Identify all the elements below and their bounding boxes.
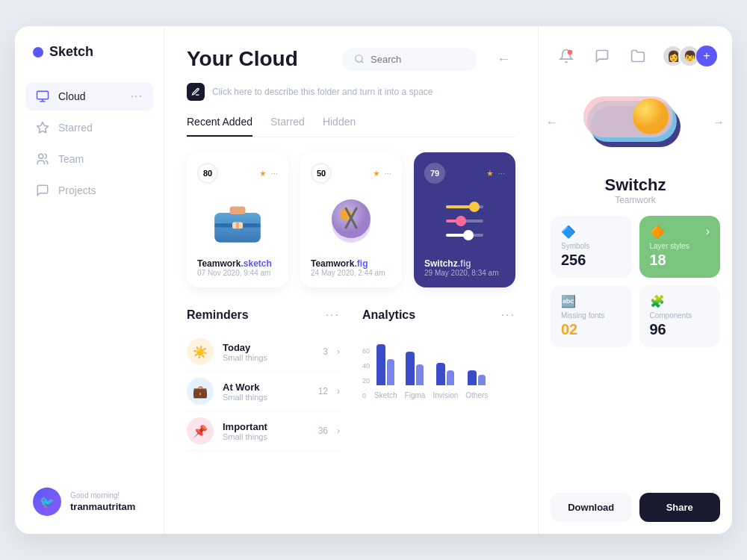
card-icon-area-2	[311, 191, 391, 251]
reminders-dots[interactable]: ···	[326, 308, 340, 322]
main-content: Your Cloud ← Click here to describe this…	[164, 26, 538, 534]
header-avatars: 👩 👦 +	[662, 45, 717, 67]
chart-bar-invision: Invision	[433, 363, 458, 399]
reminders-section: Reminders ··· ☀️ Today Small things 3 › …	[187, 308, 340, 451]
bottom-sections: Reminders ··· ☀️ Today Small things 3 › …	[187, 308, 515, 451]
reminder-avatar-atwork: 💼	[187, 378, 214, 405]
stats-row-1: 🔷 Symbols 256 🔶 › Layer styles 18	[551, 216, 720, 278]
download-button[interactable]: Download	[551, 493, 632, 522]
svg-point-29	[633, 99, 669, 134]
file-card-teamwork-fig[interactable]: 50 ★···	[300, 152, 402, 287]
layer-styles-value: 18	[650, 252, 710, 269]
score-badge-3: 79	[424, 163, 445, 184]
file-card-switchz-fig[interactable]: 79 ★···	[414, 152, 515, 287]
svg-point-24	[568, 50, 573, 55]
tab-recent-added[interactable]: Recent Added	[187, 116, 252, 137]
svg-rect-0	[37, 91, 49, 99]
sidebar-item-team[interactable]: Team	[25, 145, 153, 173]
search-bar[interactable]	[342, 48, 477, 71]
back-button[interactable]: ←	[492, 47, 515, 71]
sidebar-footer: 🐦 Good morning! tranmautritam	[15, 473, 164, 516]
folder-hint-icon	[187, 83, 205, 101]
tab-hidden[interactable]: Hidden	[323, 116, 356, 137]
stat-card-missing-fonts: 🔤 Missing fonts 02	[551, 285, 632, 347]
switchz-sub: Teamwork	[554, 195, 717, 205]
switchz-name: Switchz	[554, 175, 717, 195]
card-name-2: Teamwork.fig	[311, 258, 391, 269]
logo-text: Sketch	[49, 44, 93, 60]
card-date-3: 29 May 2020, 8:34 am	[424, 269, 505, 277]
user-info: Good morning! tranmautritam	[70, 491, 135, 513]
username-text: tranmautritam	[70, 501, 135, 512]
card-name-3: Switchz.fig	[424, 258, 505, 269]
right-header: 👩 👦 +	[539, 26, 732, 75]
sidebar-item-cloud[interactable]: Cloud ···	[25, 82, 153, 111]
file-card-teamwork-sketch[interactable]: 80 ★···	[187, 152, 288, 287]
reminder-atwork[interactable]: 💼 At Work Small things 12 ›	[187, 372, 340, 411]
svg-rect-9	[236, 222, 239, 228]
analytics-dots[interactable]: ···	[501, 308, 515, 322]
analytics-section: Analytics ··· 60 40 20 0	[362, 308, 515, 451]
sidebar-projects-label: Projects	[58, 184, 96, 196]
reminder-today[interactable]: ☀️ Today Small things 3 ›	[187, 332, 340, 372]
star-icon	[36, 121, 49, 134]
action-buttons: Download Share	[539, 481, 732, 534]
stats-grid: 🔷 Symbols 256 🔶 › Layer styles 18	[539, 216, 732, 347]
svg-point-17	[463, 230, 474, 240]
sidebar-item-starred[interactable]: Starred	[25, 113, 153, 142]
layer-styles-icon: 🔶	[650, 225, 665, 239]
search-input[interactable]	[371, 54, 460, 65]
logo-dot	[33, 47, 43, 57]
user-avatar: 🐦	[33, 488, 61, 516]
reminder-info-today: Today Small things	[223, 342, 314, 362]
team-icon	[36, 152, 49, 166]
switchz-preview: ← →	[539, 75, 732, 169]
svg-marker-1	[37, 122, 49, 133]
analytics-title: Analytics	[362, 308, 415, 322]
components-value: 96	[650, 321, 710, 338]
tabs: Recent Added Starred Hidden	[187, 116, 515, 137]
reminder-important[interactable]: 📌 Important Small things 36 ›	[187, 411, 340, 451]
card-date-1: 07 Nov 2020, 9:44 am	[197, 269, 278, 277]
card-name-1: Teamwork.sketch	[197, 258, 278, 269]
greeting-text: Good morning!	[70, 491, 135, 500]
reminder-avatar-important: 📌	[187, 417, 214, 444]
layer-styles-arrow[interactable]: ›	[706, 225, 710, 238]
sidebar-team-label: Team	[58, 153, 84, 165]
reminder-info-atwork: At Work Small things	[223, 382, 309, 402]
notification-icon[interactable]	[554, 44, 578, 68]
score-badge-2: 50	[311, 163, 332, 184]
preview-right-arrow[interactable]: →	[713, 116, 725, 129]
missing-fonts-value: 02	[561, 321, 622, 338]
missing-fonts-icon: 🔤	[561, 294, 622, 308]
app-container: Sketch Cloud ··· Starred	[15, 26, 732, 534]
add-user-button[interactable]: +	[696, 46, 717, 66]
sidebar-item-projects[interactable]: Projects	[25, 176, 153, 205]
layer-styles-label: Layer styles	[650, 242, 710, 250]
stat-card-symbols: 🔷 Symbols 256	[551, 216, 632, 278]
switchz-info: Switchz Teamwork	[539, 169, 732, 216]
cloud-icon	[36, 90, 49, 103]
folder-icon[interactable]	[626, 44, 650, 68]
components-label: Components	[650, 311, 710, 320]
symbols-label: Symbols	[561, 242, 622, 250]
symbols-icon: 🔷	[561, 225, 622, 239]
right-panel: 👩 👦 + ←	[538, 26, 732, 534]
stat-card-layer-styles: 🔶 › Layer styles 18	[639, 216, 721, 278]
share-button[interactable]: Share	[639, 493, 721, 522]
tab-starred[interactable]: Starred	[270, 116, 305, 137]
chat-icon[interactable]	[590, 44, 614, 68]
sidebar-nav: Cloud ··· Starred Team	[15, 82, 164, 473]
preview-left-arrow[interactable]: ←	[546, 116, 558, 129]
sidebar: Sketch Cloud ··· Starred	[15, 26, 164, 534]
sidebar-cloud-label: Cloud	[58, 90, 86, 102]
cloud-dots[interactable]: ···	[131, 90, 143, 103]
folder-hint[interactable]: Click here to describe this folder and t…	[187, 83, 515, 101]
chart-bar-figma: Figma	[405, 352, 426, 399]
card-icon-area-3	[424, 191, 505, 251]
chart-label-figma: Figma	[405, 391, 426, 399]
symbols-value: 256	[561, 252, 622, 269]
svg-point-23	[469, 202, 480, 212]
logo: Sketch	[15, 44, 164, 82]
card-date-2: 24 May 2020, 2:44 am	[311, 269, 391, 277]
